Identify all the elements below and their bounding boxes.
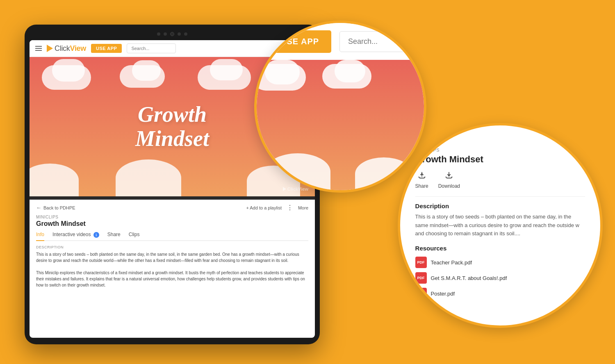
zoom-cloud-2 (265, 60, 300, 84)
search-input-small[interactable] (127, 43, 176, 53)
category-label: MINICLIPS (36, 215, 308, 219)
video-controls-bar (30, 196, 315, 200)
cloud-bl (30, 164, 79, 196)
below-video-content: ← Back to PDHPE + Add to a playlist ⋮ Mo… (30, 200, 315, 338)
zoom-divider (415, 196, 585, 197)
back-link-text: Back to PDHPE (43, 205, 75, 210)
download-label: Download (438, 183, 460, 189)
cloud-tr2 (210, 59, 243, 80)
resource-item-1[interactable]: PDF Teacher Pack.pdf (415, 257, 585, 268)
zoom-circle-info: MINICLIPS Growth Mindset Share (398, 123, 603, 328)
zoom-description-heading: Description (415, 202, 585, 209)
zoom-actions: Share Download (415, 171, 585, 189)
pdf-icon-3: PDF (415, 288, 427, 299)
dot-2 (164, 32, 167, 36)
zoom-video-title: Growth Mindset (415, 154, 585, 165)
resource-item-3[interactable]: PDF Poster.pdf (415, 288, 585, 299)
cloud-tc2 (132, 60, 161, 81)
zoom-circle-header: USE APP (254, 20, 426, 193)
zoom-description-text: This is a story of two seeds – both plan… (415, 213, 585, 238)
video-title-main: Growth Mindset (36, 220, 308, 228)
resource-name-3: Poster.pdf (431, 291, 455, 297)
pdf-icon-1: PDF (415, 257, 427, 268)
video-title-text: GrowthMindset (135, 102, 209, 151)
zoom-cloud-4 (335, 60, 365, 82)
share-label: Share (415, 183, 428, 189)
zoom-cloud-6 (355, 157, 412, 190)
tab-badge: 1 (93, 232, 99, 238)
camera-dot (170, 32, 174, 36)
download-action[interactable]: Download (438, 171, 460, 189)
more-menu-btn[interactable]: ⋮ (287, 204, 293, 212)
tab-clips[interactable]: Clips (129, 232, 140, 240)
resource-item-2[interactable]: PDF Get S.M.A.R.T. about Goals!.pdf (415, 272, 585, 284)
search-input-large[interactable] (339, 31, 413, 52)
share-icon (417, 171, 426, 182)
zoom-info-inner: MINICLIPS Growth Mindset Share (415, 139, 585, 312)
share-action[interactable]: Share (415, 171, 428, 189)
zoom-category-label: MINICLIPS (415, 148, 585, 152)
back-link[interactable]: ← Back to PDHPE (36, 205, 75, 211)
back-arrow-icon: ← (36, 205, 41, 211)
tab-interactive-videos[interactable]: Interactive videos 1 (52, 232, 99, 240)
resource-name-2: Get S.M.A.R.T. about Goals!.pdf (431, 275, 507, 281)
breadcrumb-row: ← Back to PDHPE + Add to a playlist ⋮ Mo… (36, 204, 308, 212)
tab-info[interactable]: Info (36, 232, 44, 241)
more-label: More (298, 205, 308, 210)
cloud-bm (116, 159, 181, 196)
dot-3 (178, 32, 181, 36)
zoom-resources-heading: Resources (415, 245, 585, 252)
action-row: + Add to a playlist ⋮ More (246, 204, 308, 212)
dot-4 (184, 32, 187, 36)
tab-share[interactable]: Share (107, 232, 121, 240)
cloud-tl2 (52, 59, 85, 82)
description-label: DESCRIPTION (36, 245, 308, 249)
download-icon (444, 171, 453, 182)
zoom-video-preview (257, 60, 424, 190)
logo-text: ClickView (55, 44, 86, 53)
pdf-icon-2: PDF (415, 272, 427, 284)
add-playlist-btn[interactable]: + Add to a playlist (246, 205, 282, 210)
logo-area: ClickView (47, 44, 86, 53)
tablet-camera-bar (30, 30, 315, 39)
resource-name-1: Teacher Pack.pdf (431, 259, 472, 266)
zoom-cloud-5 (265, 153, 330, 190)
logo-play-icon (47, 45, 53, 52)
tabs-row: Info Interactive videos 1 Share Clips (36, 232, 308, 241)
use-app-button-small[interactable]: USE APP (91, 44, 122, 53)
hamburger-icon[interactable] (35, 46, 42, 51)
dot-1 (157, 32, 160, 36)
description-text: This is a story of two seeds – both plan… (36, 251, 308, 288)
